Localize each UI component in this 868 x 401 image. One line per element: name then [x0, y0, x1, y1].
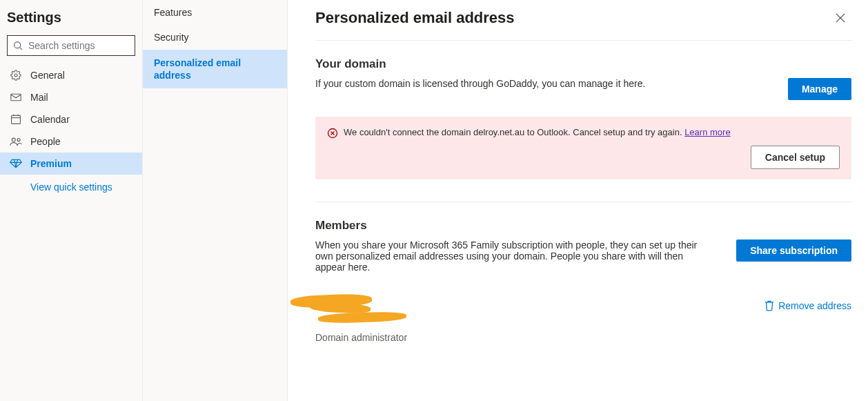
svg-rect-4: [12, 115, 21, 124]
subnav-item-security[interactable]: Security: [143, 25, 287, 50]
main-panel: Personalized email address Your domain I…: [288, 0, 868, 401]
members-section: Members When you share your Microsoft 36…: [315, 202, 851, 343]
cancel-setup-button[interactable]: Cancel setup: [751, 146, 840, 169]
redacted-text: [318, 311, 406, 324]
share-subscription-button[interactable]: Share subscription: [736, 239, 851, 262]
calendar-icon: [10, 114, 22, 125]
subnav: Features Security Personalized email add…: [143, 0, 288, 401]
members-section-title: Members: [315, 219, 851, 233]
sidebar-item-premium[interactable]: Premium: [0, 153, 142, 175]
svg-point-12: [17, 139, 20, 141]
error-icon: [327, 128, 338, 139]
primary-nav: General Mail Calendar People: [0, 64, 142, 175]
panel-title: Personalized email address: [315, 9, 515, 27]
settings-sidebar: Settings General Mail: [0, 0, 143, 401]
sidebar-item-label: People: [30, 136, 61, 147]
domain-section-title: Your domain: [315, 57, 851, 71]
svg-point-11: [12, 138, 15, 141]
remove-address-link[interactable]: Remove address: [765, 300, 851, 311]
error-banner: We couldn't connect the domain delroy.ne…: [315, 117, 851, 179]
svg-line-1: [20, 48, 23, 50]
sidebar-item-people[interactable]: People: [0, 130, 142, 153]
sidebar-item-label: Mail: [30, 92, 48, 103]
diamond-icon: [10, 159, 22, 168]
people-icon: [10, 137, 22, 146]
domain-section: Your domain If your custom domain is lic…: [315, 41, 851, 179]
sidebar-item-label: General: [30, 70, 65, 81]
sidebar-item-mail[interactable]: Mail: [0, 86, 142, 108]
manage-button[interactable]: Manage: [788, 78, 851, 100]
search-icon: [13, 41, 23, 50]
trash-icon: [765, 300, 774, 311]
svg-point-0: [14, 42, 21, 48]
search-input[interactable]: [28, 40, 149, 51]
sidebar-item-calendar[interactable]: Calendar: [0, 108, 142, 130]
sidebar-item-label: Calendar: [30, 114, 70, 125]
members-section-desc: When you share your Microsoft 365 Family…: [315, 239, 702, 273]
page-title: Settings: [0, 6, 142, 35]
search-box[interactable]: [7, 35, 135, 56]
member-entry: Domain administrator: [315, 295, 407, 343]
domain-section-desc: If your custom domain is licensed throug…: [315, 78, 771, 89]
mail-icon: [10, 93, 22, 101]
gear-icon: [10, 70, 22, 81]
member-role: Domain administrator: [315, 332, 407, 343]
subnav-item-personalized-email[interactable]: Personalized email address: [143, 50, 287, 88]
sidebar-item-label: Premium: [30, 158, 72, 169]
svg-rect-3: [11, 94, 21, 101]
close-button[interactable]: [829, 7, 851, 29]
sidebar-item-general[interactable]: General: [0, 64, 142, 86]
subnav-item-features[interactable]: Features: [143, 0, 287, 25]
error-text: We couldn't connect the domain delroy.ne…: [344, 127, 684, 137]
view-quick-settings-link[interactable]: View quick settings: [0, 175, 142, 199]
remove-address-label: Remove address: [778, 300, 851, 311]
learn-more-link[interactable]: Learn more: [684, 127, 730, 137]
svg-point-2: [14, 74, 17, 77]
